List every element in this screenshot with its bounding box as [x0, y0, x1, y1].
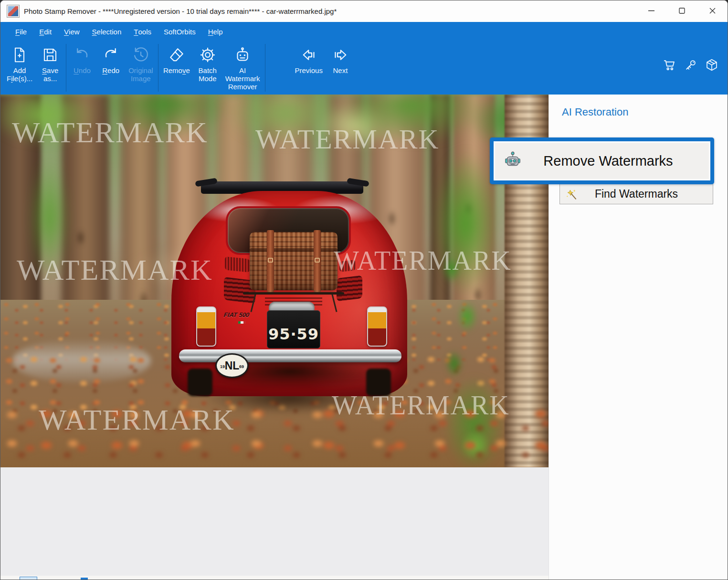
- basket-lid: [250, 248, 338, 252]
- cart-icon: [663, 66, 677, 74]
- label-mnemonic: V: [64, 28, 69, 36]
- maximize-button[interactable]: [666, 0, 697, 22]
- gear-icon: [199, 45, 216, 65]
- label-text: edo: [107, 66, 119, 74]
- package-icon: [705, 66, 719, 74]
- toolbar-redo-button[interactable]: Redo: [96, 41, 125, 95]
- wicker-basket: [250, 232, 338, 290]
- toolbar-gap: [267, 41, 292, 95]
- package-button[interactable]: [704, 57, 720, 74]
- redo-icon: [102, 45, 119, 65]
- label-line: Undo: [74, 66, 91, 74]
- editor-canvas: 95·59 FIAT 500 19 NL 69: [0, 95, 549, 580]
- toolbar-button-label: Saveas...: [42, 66, 58, 83]
- robot-outline-icon: [234, 45, 251, 65]
- car-wheel: [188, 369, 212, 396]
- thumbnail-selected[interactable]: [20, 577, 37, 580]
- label-line: Original: [128, 66, 153, 74]
- toolbar-button-label: AddFile(s)...: [7, 66, 32, 83]
- label-text: dit: [44, 28, 52, 36]
- minimize-icon: [648, 7, 655, 16]
- remove-watermarks-button[interactable]: Remove Watermarks: [490, 137, 714, 184]
- label-text: le(s)...: [13, 74, 33, 83]
- menu-item-file[interactable]: File: [9, 22, 33, 41]
- toolbar-separator: [265, 44, 265, 92]
- car-louvre-vent: [337, 275, 362, 302]
- sticker-country-code: NL: [225, 359, 240, 372]
- toolbar-save-as-button[interactable]: Saveas...: [36, 41, 64, 95]
- toolbar-next-button[interactable]: Next: [326, 41, 355, 95]
- menu-item-view[interactable]: View: [58, 22, 86, 41]
- label-line: Image: [128, 74, 153, 83]
- toolbar-undo-button: Undo: [68, 41, 96, 95]
- toolbar-ai-watermark-remover-button[interactable]: AIWatermarkRemover: [222, 41, 264, 95]
- menu-bar: FileEditViewSelectionToolsSoftOrbitsHelp: [0, 22, 728, 41]
- label-text: SoftOrbits: [164, 28, 196, 36]
- cart-button[interactable]: [662, 57, 678, 74]
- key-button[interactable]: [683, 57, 699, 74]
- label-line: Previous: [295, 66, 323, 74]
- window-controls: [636, 0, 728, 22]
- toolbar-button-label: AIWatermarkRemover: [225, 66, 260, 91]
- label-line: Save: [42, 66, 58, 74]
- find-watermarks-button[interactable]: Find Watermarks: [559, 183, 713, 204]
- chrome-bumper: [179, 349, 401, 362]
- label-mnemonic: S: [42, 66, 47, 74]
- robot-icon: [502, 150, 524, 172]
- label-text: ools: [138, 28, 151, 36]
- toolbar-remove-button[interactable]: Remove: [160, 41, 193, 95]
- toolbar-right-icons: [662, 57, 720, 74]
- sticker-year: 69: [239, 364, 244, 369]
- toolbar-button-label: Remove: [163, 66, 190, 74]
- menu-item-softorbits[interactable]: SoftOrbits: [158, 22, 202, 41]
- label-text: Image: [131, 74, 151, 83]
- toolbar-button-label: Undo: [74, 66, 91, 74]
- label-text: elp: [213, 28, 223, 36]
- remove-watermarks-button-face: Remove Watermarks: [494, 141, 710, 180]
- label-text: Remover: [228, 83, 257, 91]
- label-text: iew: [69, 28, 80, 36]
- label-mnemonic: F: [15, 28, 20, 36]
- photo-canvas[interactable]: 95·59 FIAT 500 19 NL 69: [0, 95, 549, 467]
- window-title: Photo Stamp Remover - ****Unregistered v…: [24, 7, 337, 15]
- label-line: Redo: [102, 66, 119, 74]
- close-icon: [709, 7, 716, 16]
- next-icon: [332, 45, 349, 65]
- label-mnemonic: U: [74, 66, 79, 74]
- main-content: 95·59 FIAT 500 19 NL 69: [0, 95, 728, 580]
- tail-light: [367, 306, 387, 347]
- sticker-year: 19: [220, 364, 225, 369]
- toolbar-add-files-button[interactable]: AddFile(s)...: [3, 41, 36, 95]
- label-text: Batch: [199, 66, 217, 74]
- title-bar: Photo Stamp Remover - ****Unregistered v…: [0, 0, 728, 22]
- minimize-button[interactable]: [636, 0, 666, 22]
- menu-item-tools[interactable]: Tools: [127, 22, 158, 41]
- menu-item-selection[interactable]: Selection: [86, 22, 128, 41]
- toolbar: AddFile(s)...Saveas...UndoRedoOriginalIm…: [0, 41, 728, 95]
- toolbar-groups: AddFile(s)...Saveas...UndoRedoOriginalIm…: [0, 41, 355, 95]
- menu-item-edit[interactable]: Edit: [33, 22, 58, 41]
- label-line: Remover: [225, 83, 260, 91]
- toolbar-separator: [66, 44, 66, 92]
- label-line: Batch: [199, 66, 217, 74]
- thumbnail-marker[interactable]: [81, 578, 88, 580]
- car-vent-mesh: [225, 256, 250, 272]
- thumbnail-strip: [0, 576, 549, 580]
- maximize-icon: [678, 7, 686, 16]
- italian-flag-sticker: [238, 321, 246, 324]
- add-file-icon: [11, 45, 28, 65]
- toolbar-batch-mode-button[interactable]: BatchMode: [193, 41, 222, 95]
- watermark-text: WATERMARK: [39, 403, 235, 437]
- license-plate-number: 95·59: [267, 325, 320, 343]
- toolbar-previous-button[interactable]: Previous: [292, 41, 326, 95]
- label-text: AI: [239, 66, 246, 74]
- label-mnemonic: S: [92, 28, 97, 36]
- toolbar-button-label: Redo: [102, 66, 119, 74]
- label-text: e: [186, 66, 190, 74]
- toolbar-button-label: Next: [333, 66, 348, 74]
- label-line: Remove: [163, 66, 190, 74]
- remove-watermarks-label: Remove Watermarks: [495, 153, 709, 169]
- close-button[interactable]: [697, 0, 728, 22]
- toolbar-button-label: BatchMode: [199, 66, 217, 83]
- menu-item-help[interactable]: Help: [202, 22, 229, 41]
